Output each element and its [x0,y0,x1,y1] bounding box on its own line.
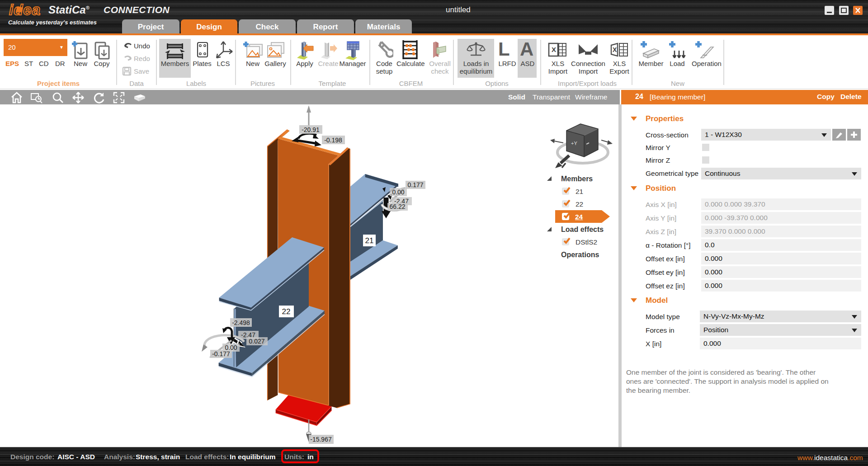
svg-text:-15.967: -15.967 [310,436,332,443]
svg-text:0.027: 0.027 [249,338,264,345]
svg-text:X: X [613,46,617,53]
svg-text:0.177: 0.177 [407,181,423,188]
svg-text:22: 22 [282,307,291,316]
svg-text:-20.91: -20.91 [302,126,320,133]
svg-text:+Y: +Y [571,141,577,146]
svg-text:0.00: 0.00 [392,188,404,196]
svg-text:21: 21 [365,236,374,245]
svg-text:-0.198: -0.198 [324,137,342,144]
svg-text:-0.177: -0.177 [212,350,230,358]
svg-text:66.22: 66.22 [389,203,405,210]
svg-text:X: X [552,46,556,53]
svg-text:-2.498: -2.498 [232,319,250,326]
